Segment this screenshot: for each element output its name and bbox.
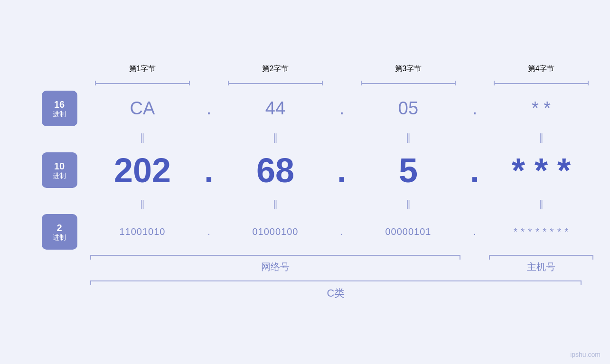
eq1-sym4: ‖	[539, 132, 544, 142]
top-bracket-row	[28, 79, 582, 87]
decimal-base: 10	[54, 160, 65, 172]
binary-base: 2	[56, 222, 62, 233]
col2-label: 第2字节	[262, 65, 289, 73]
eq2-cell1: ‖	[90, 198, 195, 209]
dec-sep-2: .	[337, 151, 347, 189]
equals-row-1: ‖ ‖ ‖ ‖	[28, 128, 582, 147]
hex-dot-2: .	[328, 98, 356, 119]
eq2-sym1: ‖	[140, 198, 145, 209]
hex-value-2: 44	[265, 98, 285, 118]
col3-label: 第3字节	[395, 65, 422, 73]
decimal-values: 202 . 68 . 5 . * * *	[90, 151, 582, 190]
bracket-4-right	[588, 81, 589, 85]
host-label: 主机号	[527, 261, 555, 273]
hex-val-3: 05	[356, 98, 460, 119]
class-bracket-wrap: C类	[90, 280, 582, 300]
bracket-dot-3	[460, 79, 489, 87]
bin-val-2: 01000100	[223, 226, 328, 237]
hex-sep-1: .	[206, 98, 212, 118]
bottom-spacer	[28, 255, 90, 273]
eq1-sym3: ‖	[406, 132, 411, 142]
bracket-col1	[90, 79, 195, 87]
col4-header: 第4字节	[489, 64, 593, 74]
decimal-value-4: * * *	[512, 151, 571, 189]
dot-spacer-2	[328, 64, 356, 74]
binary-row: 2 进制 11001010 . 01000100 . 00000101 .	[28, 213, 582, 251]
bin-sep-3: .	[473, 226, 476, 237]
equals-row-2: ‖ ‖ ‖ ‖	[28, 194, 582, 213]
main-container: 第1字节 第2字节 第3字节 第4字节	[0, 0, 610, 364]
bracket-col3	[356, 79, 460, 87]
dec-sep-3: .	[470, 151, 479, 189]
bracket-4	[489, 79, 593, 87]
equals-content-1: ‖ ‖ ‖ ‖	[90, 131, 582, 143]
hex-value-3: 05	[398, 98, 418, 118]
col1-label: 第1字节	[129, 65, 156, 73]
eq2-cell3: ‖	[356, 198, 460, 209]
col2-header: 第2字节	[223, 64, 328, 74]
bin-dot-2: .	[328, 226, 356, 237]
bracket-dot-1	[195, 79, 223, 87]
eq1-cell4: ‖	[489, 131, 593, 143]
eq1-sym1: ‖	[140, 132, 145, 142]
binary-value-2: 01000100	[253, 226, 299, 237]
class-bracket-line	[90, 280, 582, 281]
bracket-dot-2	[328, 79, 356, 87]
eq2-sym2: ‖	[273, 198, 278, 209]
bracket-2-right	[322, 81, 323, 85]
dec-sep-1: .	[204, 151, 214, 189]
hex-val-1: CA	[90, 98, 195, 119]
network-label: 网络号	[261, 261, 290, 273]
dot-spacer-1	[195, 64, 223, 74]
network-bracket-line	[90, 255, 460, 256]
eq2-sym4: ‖	[539, 198, 544, 209]
bracket-3	[356, 79, 460, 87]
col1-header: 第1字节	[90, 64, 195, 74]
hex-sublabel: 进制	[53, 110, 66, 118]
bracket-2	[223, 79, 328, 87]
bin-val-1: 11001010	[90, 226, 195, 237]
eq2-cell4: ‖	[489, 198, 593, 209]
decimal-value-3: 5	[399, 151, 418, 189]
hex-dot-1: .	[195, 98, 223, 119]
binary-value-1: 11001010	[120, 226, 166, 237]
decimal-value-1: 202	[114, 151, 171, 189]
decimal-label-container: 10 进制	[28, 152, 90, 188]
hex-sep-3: .	[472, 98, 478, 118]
decimal-sublabel: 进制	[53, 172, 66, 180]
hex-row: 16 进制 CA . 44 . 05 . * *	[28, 90, 582, 128]
binary-sublabel: 进制	[53, 233, 66, 242]
dot-spacer-3	[460, 64, 489, 74]
binary-values: 11001010 . 01000100 . 00000101 . * * * *…	[90, 226, 582, 237]
hex-badge: 16 进制	[42, 91, 77, 126]
decimal-badge: 10 进制	[42, 152, 77, 188]
class-spacer	[28, 280, 90, 300]
eq1-sym2: ‖	[273, 132, 278, 142]
binary-value-3: 00000101	[385, 226, 432, 237]
dec-val-3: 5	[356, 151, 460, 190]
bin-val-4: * * * * * * * *	[489, 226, 593, 237]
between-bracket-dot	[460, 255, 489, 273]
eq1-cell1: ‖	[90, 131, 195, 143]
host-bracket-line	[489, 255, 593, 256]
col4-label: 第4字节	[528, 65, 555, 73]
dec-dot-2: .	[328, 151, 356, 190]
bracket-1-right	[189, 81, 190, 85]
column-headers: 第1字节 第2字节 第3字节 第4字节	[90, 64, 582, 74]
bin-sep-1: .	[207, 226, 210, 237]
hex-value-4: * *	[532, 98, 551, 118]
bin-dot-3: .	[460, 226, 489, 237]
bottom-bracket-row: 网络号 主机号	[28, 255, 582, 273]
dec-dot-1: .	[195, 151, 223, 190]
bracket-1	[90, 79, 195, 87]
class-row: C类	[28, 280, 582, 300]
binary-badge: 2 进制	[42, 214, 77, 250]
hex-label-container: 16 进制	[28, 91, 90, 126]
hex-val-4: * *	[489, 98, 593, 119]
bracket-col2	[223, 79, 328, 87]
hex-values: CA . 44 . 05 . * *	[90, 98, 582, 119]
class-label: C类	[327, 286, 345, 300]
decimal-value-2: 68	[256, 151, 294, 189]
bracket-3-right	[455, 81, 456, 85]
binary-label-container: 2 进制	[28, 214, 90, 250]
